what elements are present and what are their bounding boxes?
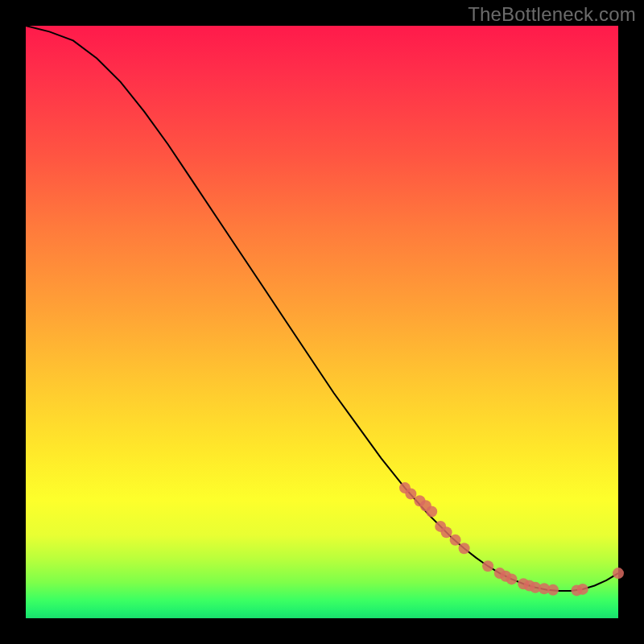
watermark-text: TheBottleneck.com [468,3,636,26]
data-marker [441,526,452,538]
plot-area [26,26,618,618]
data-marker [547,584,559,596]
data-marker [405,488,416,499]
chart-frame: TheBottleneck.com [0,0,644,644]
marker-group [399,482,624,596]
data-marker [506,573,518,584]
data-marker [426,506,437,518]
bottleneck-curve [26,26,618,591]
curve-svg [26,26,618,618]
data-marker [577,584,588,595]
data-marker [450,535,461,546]
data-marker [613,568,624,579]
data-marker [482,560,493,572]
data-marker [459,543,470,554]
